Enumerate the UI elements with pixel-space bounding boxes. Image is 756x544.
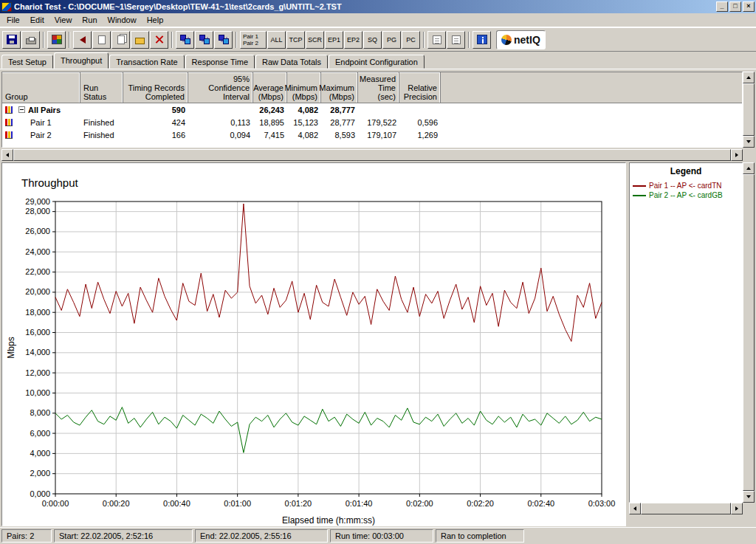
tab-test-setup[interactable]: Test Setup [1,55,53,69]
tab-throughput[interactable]: Throughput [54,52,109,69]
edit-pair-button[interactable] [214,31,233,49]
scrollbar-track[interactable] [743,174,755,491]
maximum-cell: 28,777 [321,106,358,114]
col-header-records[interactable]: Timing Records Completed [123,72,188,103]
filter-sq-button[interactable]: SQ [363,31,382,49]
delete-button[interactable] [150,31,168,49]
title-bar[interactable]: Chariot Test - C:\DOCUME~1\Sergey\Deskto… [0,0,756,13]
window-controls: _ □ × [716,1,755,12]
filter-pg-button[interactable]: PG [382,31,401,49]
throughput-chart-panel: 0,0002,0004,0006,0008,00010,00012,00014,… [1,162,626,526]
minimize-button[interactable]: _ [716,1,728,12]
pair-filter-line1: Pair 1 [243,33,258,40]
toolbar-separator [423,32,425,48]
col-header-average[interactable]: Average (Mbps) [253,72,287,103]
filter-all-button[interactable]: ALL [267,31,286,49]
add-pair-button[interactable] [176,31,194,49]
tab-transaction-rate[interactable]: Transaction Rate [109,55,184,69]
tab-raw-data-totals[interactable]: Raw Data Totals [255,55,328,69]
col-header-minimum[interactable]: Minimum (Mbps) [287,72,321,103]
scrollbar-thumb[interactable] [743,83,755,136]
col-header-confidence[interactable]: 95% Confidence Interval [188,72,253,103]
svg-text:8,000: 8,000 [30,408,50,417]
scroll-down-button[interactable] [743,491,755,503]
print-button[interactable] [21,31,40,49]
scrollbar-thumb[interactable] [743,174,755,491]
svg-text:0:01:00: 0:01:00 [224,499,251,508]
scrollbar-thumb[interactable] [641,503,731,514]
col-header-group[interactable]: Group [2,72,80,103]
scroll-up-button[interactable] [743,72,755,83]
filter-ep1-button[interactable]: EP1 [325,31,343,49]
col-header-run-status[interactable]: Run Status [80,72,123,103]
paste-icon [117,35,125,44]
scroll-right-button[interactable] [731,149,743,161]
filter-pc-button[interactable]: PC [402,31,420,49]
svg-text:Throughput: Throughput [21,176,79,189]
menu-edit[interactable]: Edit [25,14,49,26]
open-folder-button[interactable] [131,31,149,49]
scroll-left-button[interactable] [1,149,13,161]
table-row[interactable]: Pair 2 Finished 166 0,094 7,415 4,082 8,… [2,128,742,141]
scroll-up-button[interactable] [743,162,755,174]
row-icon-cell [2,119,16,126]
col-header-measured-time[interactable]: Measured Time (sec) [358,72,399,103]
scrollbar-track[interactable] [743,83,755,136]
run-test-button[interactable] [47,31,66,49]
results-table: Group Run Status Timing Records Complete… [1,72,743,148]
filter-tcp-button[interactable]: TCP [286,31,305,49]
netiq-ball-icon [501,35,512,45]
menu-run[interactable]: Run [77,14,102,26]
status-end-time: End: 22.02.2005, 2:55:16 [195,529,328,543]
save-icon [7,35,17,44]
tab-response-time[interactable]: Response Time [185,55,255,69]
menu-help[interactable]: Help [142,14,169,26]
records-cell: 590 [123,106,188,114]
scroll-right-button[interactable] [731,503,743,514]
scrollbar-track[interactable] [641,503,731,514]
status-cell: Finished [80,131,123,140]
tab-endpoint-configuration[interactable]: Endpoint Configuration [329,55,425,69]
scrollbar-track[interactable] [13,149,731,161]
run-test-icon [52,35,62,44]
maximize-button[interactable]: □ [729,1,741,12]
col-header-precision[interactable]: Relative Precision [399,72,441,103]
table-row[interactable]: Pair 1 Finished 424 0,113 18,895 15,123 … [2,116,742,128]
table-vertical-scrollbar[interactable] [743,72,755,148]
add-multi-pair-button[interactable] [195,31,213,49]
menu-view[interactable]: View [49,14,78,26]
svg-text:12,000: 12,000 [25,368,50,377]
scroll-down-icon [746,495,751,498]
table-horizontal-scrollbar[interactable] [1,149,743,161]
pair-filter-button[interactable]: Pair 1 Pair 2 [240,31,267,49]
scroll-down-button[interactable] [743,136,755,148]
legend-vertical-scrollbar[interactable] [743,162,755,503]
svg-text:Elapsed time (h:mm:ss): Elapsed time (h:mm:ss) [282,515,375,526]
svg-text:16,000: 16,000 [25,328,50,337]
svg-text:0:00:00: 0:00:00 [42,499,69,508]
paste-button[interactable] [111,31,130,49]
column-view-button[interactable] [447,31,465,49]
endpoint-pair-icon [180,35,190,44]
close-button[interactable]: × [743,1,755,12]
copy-button[interactable] [92,31,111,49]
filter-ep2-button[interactable]: EP2 [344,31,362,49]
report-view-button[interactable] [427,31,446,49]
save-button[interactable] [2,31,21,49]
menu-file[interactable]: File [1,14,25,26]
filter-scr-button[interactable]: SCR [306,31,324,49]
info-button[interactable] [472,31,491,49]
menu-window[interactable]: Window [103,14,142,26]
toolbar-separator [171,32,173,48]
minimum-cell: 4,082 [287,131,321,140]
scrollbar-thumb[interactable] [13,149,731,161]
rewind-button[interactable] [73,31,92,49]
table-row[interactable]: All Pairs 590 26,243 4,082 28,777 [2,103,742,116]
scroll-left-button[interactable] [629,503,641,514]
col-header-maximum[interactable]: Maximum (Mbps) [321,72,358,103]
legend-horizontal-scrollbar[interactable] [629,503,743,514]
legend-item-label: Pair 2 -- AP <- cardGB [649,191,723,199]
group-cell: Pair 1 [16,118,80,127]
minimum-cell: 15,123 [287,118,321,127]
collapse-icon[interactable] [18,106,25,113]
